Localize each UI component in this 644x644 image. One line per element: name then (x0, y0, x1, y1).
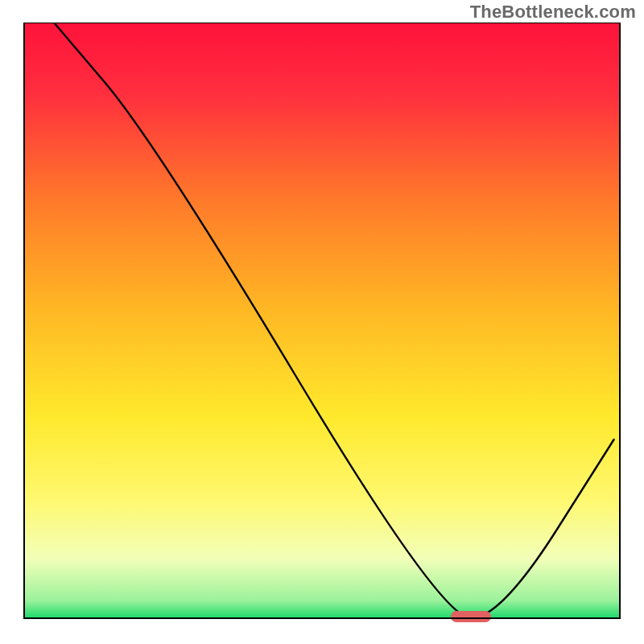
watermark-text: TheBottleneck.com (470, 2, 636, 23)
optimum-marker (451, 611, 491, 622)
bottleneck-chart (8, 23, 636, 636)
plot-area (24, 23, 620, 618)
